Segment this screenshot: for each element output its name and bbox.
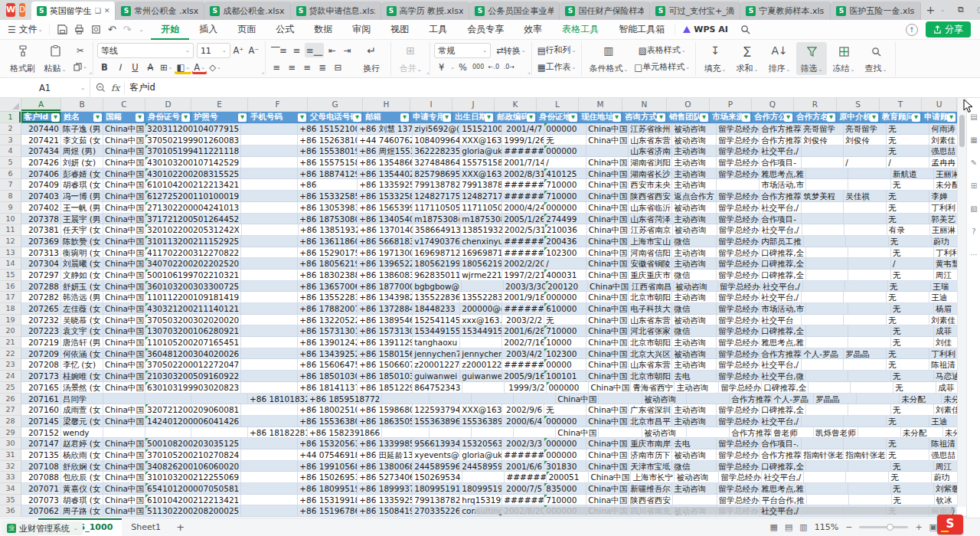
cell[interactable]: 留学总经办 [717,371,760,382]
cell[interactable] [804,472,846,483]
cell[interactable] [806,303,848,315]
cell[interactable]: 桂婉唯 (女 [61,371,103,382]
cell[interactable]: China中国 [586,416,629,427]
row-header-20[interactable]: 20 [0,325,21,337]
row-header-14[interactable]: 14 [0,258,21,270]
cell[interactable]: China中国 [103,247,145,259]
column-header-L[interactable]: L [537,98,579,112]
cell[interactable]: 社交平台,/ [760,202,802,214]
cell[interactable]: tanghaoxu [413,337,460,348]
cell[interactable] [514,394,556,405]
cell[interactable]: China中国 [586,348,629,360]
header-cell[interactable]: 申请专用▼ [410,112,452,123]
cell[interactable]: +86 15263810 [298,135,358,146]
cell[interactable]: guiwanwei [460,371,502,382]
cell[interactable]: 济南市历下 [629,449,672,461]
cell[interactable]: 口碑推荐,全 [760,325,806,337]
row-header-19[interactable]: 19 [0,315,21,326]
cell[interactable]: 微信 [672,461,717,472]
cell[interactable]: +86 1335925706 [358,179,413,191]
cell[interactable]: 410125 [544,168,586,180]
cell[interactable] [807,495,849,506]
cell[interactable]: +86 18874129 [298,168,358,180]
cell[interactable] [241,325,298,337]
cell[interactable]: 上海市长宁 [631,472,675,483]
cell[interactable]: +86 1508419990 [358,505,413,517]
cell[interactable] [806,168,848,180]
column-header-F[interactable]: F [248,98,308,112]
tab-preview-icon[interactable]: ❑ [95,7,101,15]
cell[interactable]: 合作方推荐 [760,123,802,135]
cell[interactable]: China中国 [103,191,145,202]
strikethrough-button[interactable]: A [143,60,158,74]
filter-dropdown-icon[interactable]: ▼ [827,113,835,122]
cell[interactable]: / [544,157,586,168]
cell[interactable]: 207147 [21,438,61,449]
cell[interactable]: +86 [298,179,358,191]
cell[interactable]: +86 13851932 [299,224,358,236]
cell[interactable]: 610104200212213421 [145,495,241,506]
cell[interactable]: +86 18099519 [298,483,358,495]
cell[interactable]: China中国 [589,472,631,483]
cell[interactable] [241,247,298,259]
cell[interactable]: wjrme221@ [460,270,502,281]
cell[interactable]: ######## [505,472,547,483]
cell[interactable]: +86 18141137 [298,382,358,394]
cell[interactable]: +86 15152100 [298,123,358,135]
cell[interactable]: 安徽省铜陵 [629,258,672,270]
cell[interactable]: 2002/9/6 [502,404,544,416]
cell[interactable]: 207108 [21,461,61,472]
cell[interactable]: 市场活动,市 [760,303,806,315]
filter-dropdown-icon[interactable]: ▼ [870,113,878,122]
cell[interactable]: China中国 [586,292,629,303]
cell[interactable]: 835000 [544,483,586,495]
cell[interactable]: 151521001 [460,123,502,135]
cell[interactable]: China中国 [586,247,629,259]
column-header-E[interactable]: E [191,98,248,112]
header-cell[interactable]: 身份证地址▼ [537,112,579,123]
row-header-35[interactable]: 35 [0,495,21,506]
cell[interactable] [241,303,298,315]
borders-button[interactable]: ⊞⌄ [158,60,175,74]
cell[interactable]: 去电 [672,371,717,382]
cell[interactable]: XXX@163. [460,168,502,180]
increase-decimal-icon[interactable]: ←.0 [486,60,501,74]
filter-dropdown-icon[interactable]: ▼ [700,113,708,122]
row-header-2[interactable]: 2 [0,123,21,135]
cell[interactable]: 000000 [544,449,586,461]
cell[interactable]: 000000 [544,438,586,449]
cell[interactable]: 留学总经办 [717,495,760,506]
cell[interactable]: 新航道 [891,168,934,180]
cell[interactable]: China中国 [103,495,145,506]
cell[interactable]: 留学总经办 [717,315,760,326]
cell[interactable] [848,258,891,270]
column-header-H[interactable]: H [363,98,410,112]
cell[interactable]: +86 18101832 [248,394,308,405]
cell[interactable]: / [544,258,586,270]
cell[interactable]: +86 1582391866 [308,427,382,439]
cell[interactable]: 筑梦美程 [802,191,844,202]
cell[interactable]: +86 13657006 [298,281,358,293]
filter-dropdown-icon[interactable]: ▼ [742,113,750,122]
cell[interactable] [241,371,298,382]
row-header-13[interactable]: 13 [0,247,21,259]
cell[interactable]: 无 [544,404,586,416]
sum-button[interactable]: ∑ 求和⌄ [732,42,763,75]
cell-style-button[interactable]: □ 单元格样式⌄ [632,60,691,74]
print-preview-icon[interactable] [91,25,101,34]
cell[interactable]: +86 1372884680 [358,303,413,315]
cell[interactable] [145,394,191,405]
cell[interactable]: 207209 [21,348,61,360]
cell[interactable] [382,427,430,439]
cell[interactable]: 北京市朝阳 [629,292,672,303]
cell[interactable]: China中国 [586,258,629,270]
cell[interactable] [806,270,848,281]
italic-button[interactable]: I [113,60,127,74]
cell[interactable]: 社交平台,/ [760,505,802,517]
cell[interactable]: 无 [887,123,929,135]
cell[interactable]: 117110505 [460,202,502,214]
cell[interactable]: 207381 [21,224,61,236]
select-all-corner[interactable] [0,98,21,112]
cell[interactable] [808,382,851,394]
file-tab[interactable]: S英国留学生❑✕ [31,2,116,20]
